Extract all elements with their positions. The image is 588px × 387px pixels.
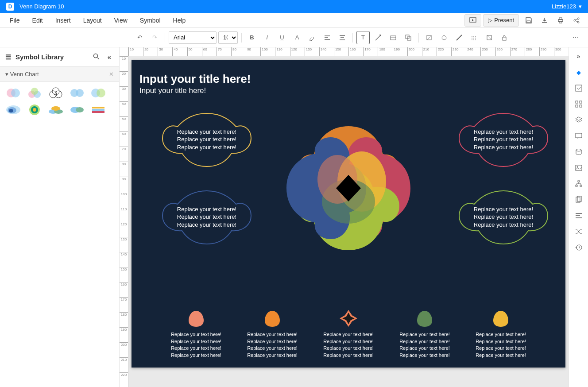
svg-point-21 (55, 91, 62, 98)
callout-text: Replace your text here! Replace your tex… (166, 118, 248, 161)
collapse-rail-icon[interactable]: » (573, 51, 584, 62)
search-icon[interactable] (92, 53, 101, 61)
page-subtitle[interactable]: Input your title here! (139, 86, 206, 95)
svg-point-19 (31, 88, 38, 95)
venn-symbol[interactable] (89, 86, 107, 100)
svg-point-37 (76, 107, 84, 112)
undo-button[interactable]: ↶ (133, 31, 146, 44)
shape-button[interactable] (402, 31, 415, 44)
data-icon[interactable] (573, 147, 584, 157)
highlight-button[interactable] (306, 31, 319, 44)
venn-symbol[interactable] (89, 103, 107, 116)
chevron-down-icon: ▾ (579, 3, 582, 10)
user-name: Lizzie123 (552, 3, 576, 10)
callout-shape[interactable]: Replace your text here! Replace your tex… (158, 111, 255, 168)
font-color-button[interactable]: A (290, 31, 304, 44)
line-style-button[interactable] (468, 31, 481, 44)
hierarchy-icon[interactable] (573, 178, 584, 189)
callout-shape[interactable]: Replace your text here! Replace your tex… (158, 188, 255, 246)
text-tool-button[interactable]: T (356, 31, 370, 44)
app-logo-icon: D (6, 3, 14, 11)
legend-item[interactable]: Replace your text here! Replace your tex… (391, 309, 458, 359)
bold-button[interactable]: B (245, 31, 259, 44)
save-icon[interactable] (522, 14, 535, 27)
connector-button[interactable] (371, 31, 385, 44)
category-header[interactable]: ▾ Venn Chart ✕ (0, 67, 119, 82)
slideshow-button[interactable] (464, 14, 481, 27)
menu-layout[interactable]: Layout (77, 14, 108, 27)
legend-text: Replace your text here! Replace your tex… (391, 331, 458, 359)
legend-text: Replace your text here! Replace your tex… (315, 331, 382, 359)
history-icon[interactable] (573, 242, 584, 253)
legend-item[interactable]: Replace your text here! Replace your tex… (315, 309, 382, 359)
venn-symbol[interactable] (26, 103, 43, 116)
redo-button[interactable]: ↷ (148, 31, 161, 44)
clear-format-button[interactable] (483, 31, 496, 44)
venn-diagram[interactable] (273, 113, 424, 263)
library-icon: ☰ (5, 53, 11, 61)
theme-icon[interactable]: ◆ (573, 67, 584, 77)
menu-edit[interactable]: Edit (26, 14, 49, 27)
present-button[interactable]: ▷Present (483, 14, 519, 27)
legend-item[interactable]: Replace your text here! Replace your tex… (468, 309, 534, 359)
share-icon[interactable] (570, 14, 583, 27)
menu-file[interactable]: File (4, 14, 26, 27)
underline-button[interactable]: U (275, 31, 289, 44)
shuffle-icon[interactable] (573, 226, 584, 237)
venn-symbol[interactable] (4, 86, 22, 100)
ruler-vertical: 1020304050607080901001101201301401501601… (120, 56, 128, 387)
venn-symbol[interactable] (47, 103, 65, 116)
font-select[interactable]: Arial (169, 31, 217, 44)
svg-rect-38 (92, 107, 104, 108)
callout-text: Replace your text here! Replace your tex… (166, 195, 248, 239)
lock-button[interactable] (498, 31, 511, 44)
canvas-scroll[interactable]: Input your title here! Input your title … (128, 56, 569, 387)
more-button[interactable]: ⋯ (569, 31, 582, 44)
menu-help[interactable]: Help (167, 14, 192, 27)
svg-rect-8 (391, 36, 396, 40)
fill-button[interactable] (422, 31, 436, 44)
page-title[interactable]: Input your title here! (139, 72, 251, 86)
menu-view[interactable]: View (108, 14, 134, 27)
menu-symbol[interactable]: Symbol (134, 14, 167, 27)
print-icon[interactable] (554, 14, 567, 27)
collapse-sidebar-icon[interactable]: « (105, 53, 114, 61)
venn-symbol[interactable] (47, 86, 65, 100)
diagram-page[interactable]: Input your title here! Input your title … (132, 60, 565, 368)
grid-icon[interactable] (573, 99, 584, 109)
align-h-button[interactable] (321, 31, 334, 44)
svg-point-22 (52, 88, 59, 95)
canvas-area: 1020304050607080901001101201301401501601… (120, 47, 569, 387)
symbol-sidebar: ☰ Symbol Library « ▾ Venn Chart ✕ (0, 47, 120, 387)
title-bar: D Venn Diagram 10 Lizzie123 ▾ (0, 0, 588, 13)
align-icon[interactable] (573, 210, 584, 221)
svg-rect-44 (576, 85, 582, 91)
menu-insert[interactable]: Insert (49, 14, 77, 27)
svg-rect-13 (503, 37, 506, 40)
italic-button[interactable]: I (260, 31, 274, 44)
export-icon[interactable] (573, 83, 584, 93)
venn-symbol[interactable] (68, 86, 86, 100)
clipboard-icon[interactable] (573, 194, 584, 205)
image-icon[interactable] (573, 163, 584, 173)
line-button[interactable] (453, 31, 466, 44)
user-menu[interactable]: Lizzie123 ▾ (552, 3, 582, 10)
callout-shape[interactable]: Replace your text here! Replace your tex… (455, 188, 552, 246)
legend-item[interactable]: Replace your text here! Replace your tex… (163, 309, 229, 359)
venn-symbol[interactable] (26, 86, 43, 100)
legend-item[interactable]: Replace your text here! Replace your tex… (239, 309, 306, 359)
callout-shape[interactable]: Replace your text here! Replace your tex… (455, 111, 552, 168)
font-size-select[interactable]: 10 (218, 31, 238, 44)
download-icon[interactable] (538, 14, 551, 27)
align-v-button[interactable] (336, 31, 349, 44)
layers-icon[interactable] (573, 115, 584, 125)
svg-point-26 (97, 89, 105, 97)
venn-symbol[interactable] (68, 103, 86, 116)
fill-color-button[interactable] (437, 31, 451, 44)
callout-text: Replace your text here! Replace your tex… (463, 118, 544, 161)
close-category-icon[interactable]: ✕ (109, 71, 114, 77)
svg-rect-47 (576, 105, 578, 107)
container-button[interactable] (387, 31, 400, 44)
comment-icon[interactable] (573, 131, 584, 141)
venn-symbol[interactable] (4, 103, 22, 116)
